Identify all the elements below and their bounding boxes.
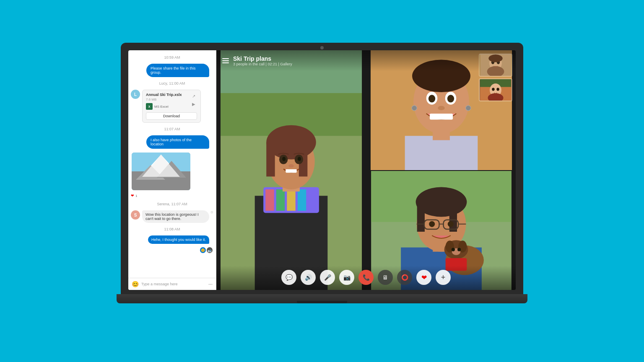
heart-react-icon: ❤ [421, 274, 427, 282]
laptop-base [117, 294, 527, 303]
file-card: Annual Ski Trip.xslx 7.6 MB X MS Excel [142, 90, 201, 123]
svg-point-47 [428, 95, 435, 102]
call-title: Ski Trip plans [233, 55, 292, 62]
serena-msg-row: S Wow this location is gorgeous! I can't… [128, 210, 216, 223]
reaction-row: ❤ 1 [128, 194, 216, 198]
file-actions: ↗ ▶ [190, 93, 197, 107]
mountain-svg [132, 153, 190, 190]
file-name: Annual Ski Trip.xslx [146, 93, 182, 97]
svg-rect-51 [405, 136, 478, 170]
svg-point-38 [288, 164, 293, 168]
message-options[interactable]: ⊙ [210, 210, 213, 214]
svg-rect-26 [287, 189, 295, 211]
svg-point-43 [412, 106, 417, 111]
svg-point-48 [447, 95, 454, 102]
file-size: 7.6 MB [146, 98, 182, 101]
svg-rect-25 [276, 189, 285, 211]
call-info: Ski Trip plans 3 people in the call | 02… [233, 55, 292, 66]
file-type-row: X MS Excel [146, 103, 182, 110]
timestamp-1059: 10:59 AM [128, 55, 216, 59]
file-message-row: L Annual Ski Trip.xslx 7.6 MB X [128, 90, 216, 123]
reaction-count: 1 [135, 194, 137, 198]
svg-point-44 [466, 106, 471, 111]
chat-toggle-button[interactable]: 💬 [281, 270, 296, 285]
mic-icon: 🎤 [324, 274, 331, 281]
screen-share-button[interactable]: 🖥 [378, 270, 393, 285]
svg-rect-37 [286, 169, 297, 173]
screen: 10:59 AM Please share the file in this g… [128, 50, 516, 290]
lucy-avatar: L [131, 90, 140, 99]
msg-row-right-1: Please share the file in this group. [128, 64, 216, 77]
excel-icon: X [146, 103, 153, 110]
more-button[interactable]: + [436, 270, 451, 285]
main-video-svg [216, 50, 366, 290]
call-header: Ski Trip plans 3 people in the call | 02… [216, 50, 516, 71]
svg-rect-52 [433, 132, 450, 140]
speaker-icon: 🔊 [305, 274, 312, 281]
msg-row-right-2: I also have photos of the location [128, 135, 216, 149]
msg-bubble-share: Please share the file in this group. [146, 64, 209, 77]
camera-button[interactable]: 📷 [339, 270, 354, 285]
participant-thumb-2[interactable] [479, 78, 512, 101]
face-svg-2 [480, 79, 512, 101]
participant-thumb-1[interactable] [479, 54, 512, 77]
participant-video-1 [480, 54, 512, 76]
svg-point-50 [438, 106, 444, 110]
svg-point-17 [492, 88, 494, 90]
timestamp-serena: Serena, 11:07 AM [128, 202, 216, 206]
msg-bubble-photos: I also have photos of the location [146, 135, 209, 149]
svg-rect-27 [298, 189, 306, 211]
svg-point-12 [488, 54, 502, 62]
participant-thumbnails [479, 54, 512, 101]
plus-icon: + [441, 273, 446, 282]
svg-point-35 [282, 157, 286, 161]
video-panel: Ski Trip plans 3 people in the call | 02… [216, 50, 516, 290]
call-controls: 💬 🔊 🎤 📷 📞 [216, 266, 516, 290]
emoji-reactions-row: 😊 🎿 [200, 247, 213, 253]
file-share-icon[interactable]: ↗ [190, 93, 197, 99]
timestamp-1107: 11:07 AM [128, 127, 216, 131]
screen-share-icon: 🖥 [382, 274, 388, 281]
message-input-placeholder[interactable]: Type a message here [141, 282, 206, 286]
end-call-button[interactable]: 📞 [358, 270, 374, 285]
emoji-button[interactable]: 😊 [132, 281, 139, 287]
camera-icon: 📷 [343, 274, 351, 281]
svg-point-66 [429, 221, 435, 227]
mute-button[interactable]: 🎤 [320, 270, 335, 285]
screen-bezel: 10:59 AM Please share the file in this g… [121, 43, 523, 294]
svg-rect-24 [265, 189, 274, 211]
svg-rect-31 [266, 142, 275, 177]
download-button[interactable]: Download [146, 112, 197, 120]
chat-messages: 10:59 AM Please share the file in this g… [128, 50, 216, 278]
laptop-container: 10:59 AM Please share the file in this g… [117, 43, 527, 319]
svg-point-74 [457, 248, 461, 251]
face-svg-1 [480, 54, 512, 76]
image-message-container [128, 151, 216, 190]
end-call-icon: 📞 [363, 274, 370, 281]
svg-point-67 [448, 221, 454, 227]
main-video-cell [216, 50, 366, 290]
svg-point-36 [298, 157, 301, 161]
svg-rect-59 [417, 202, 425, 232]
serena-avatar: S [131, 210, 140, 220]
react-button[interactable]: ❤ [416, 270, 431, 285]
svg-rect-49 [430, 114, 453, 119]
more-options-button[interactable]: ··· [208, 281, 213, 287]
chat-panel: 10:59 AM Please share the file in this g… [128, 50, 216, 290]
file-type-label: MS Excel [154, 105, 169, 109]
chat-input-area: 😊 Type a message here ··· [128, 278, 216, 290]
app-container: 10:59 AM Please share the file in this g… [128, 50, 516, 290]
file-forward-icon[interactable]: ▶ [190, 101, 197, 107]
blur-icon: ⭕ [401, 274, 408, 281]
emoji-1: 😊 [200, 247, 206, 253]
svg-point-18 [496, 88, 499, 90]
participant-video-2 [480, 79, 512, 101]
msg-row-right-3: Hehe, I thought you would like it. [128, 235, 216, 244]
svg-point-73 [452, 248, 455, 251]
emoji-2: 🎿 [207, 247, 213, 253]
menu-button[interactable] [222, 58, 229, 63]
speaker-button[interactable]: 🔊 [301, 270, 316, 285]
msg-bubble-hehe: Hehe, I thought you would like it. [148, 235, 209, 244]
timestamp-1108: 11:08 AM [128, 227, 216, 231]
blur-button[interactable]: ⭕ [397, 270, 412, 285]
